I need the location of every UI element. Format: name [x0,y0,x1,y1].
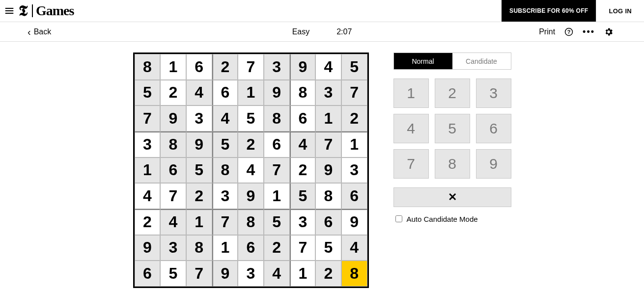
sudoku-cell[interactable]: 9 [160,105,186,131]
keypad-2[interactable]: 2 [435,79,470,108]
sudoku-cell[interactable]: 1 [186,209,212,235]
gear-icon[interactable] [604,27,614,37]
sudoku-cell[interactable]: 2 [135,209,161,235]
sudoku-cell[interactable]: 2 [160,80,186,106]
keypad-3[interactable]: 3 [476,79,511,108]
keypad-7[interactable]: 7 [393,149,429,179]
sudoku-cell[interactable]: 7 [264,158,290,184]
sudoku-cell[interactable]: 4 [315,54,341,80]
sudoku-cell[interactable]: 3 [135,131,161,158]
sudoku-cell[interactable]: 1 [341,131,367,158]
sudoku-cell[interactable]: 8 [212,158,238,184]
sudoku-cell[interactable]: 2 [290,158,316,184]
sudoku-cell[interactable]: 7 [238,54,264,80]
mode-candidate[interactable]: Candidate [452,53,511,69]
menu-icon[interactable] [0,0,19,22]
sudoku-cell[interactable]: 6 [341,183,367,209]
sudoku-cell[interactable]: 3 [212,183,238,209]
sudoku-cell[interactable]: 8 [238,209,264,235]
auto-candidate-checkbox[interactable] [395,215,402,222]
sudoku-cell[interactable]: 5 [238,105,264,131]
sudoku-cell[interactable]: 5 [341,54,367,80]
sudoku-cell[interactable]: 5 [186,158,212,184]
sudoku-cell[interactable]: 8 [160,131,186,158]
sudoku-cell[interactable]: 6 [264,131,290,158]
erase-button[interactable]: ✕ [393,187,511,207]
sudoku-cell[interactable]: 8 [315,183,341,209]
sudoku-cell[interactable]: 7 [160,183,186,209]
sudoku-cell[interactable]: 7 [212,209,238,235]
sudoku-cell[interactable]: 4 [186,80,212,106]
sudoku-cell[interactable]: 2 [341,105,367,131]
sudoku-cell[interactable]: 9 [238,183,264,209]
sudoku-cell[interactable]: 4 [238,158,264,184]
sudoku-cell[interactable]: 6 [135,261,161,287]
sudoku-cell[interactable]: 2 [315,261,341,287]
sudoku-cell[interactable]: 5 [264,209,290,235]
sudoku-cell[interactable]: 2 [186,183,212,209]
sudoku-cell[interactable]: 4 [264,261,290,287]
keypad-9[interactable]: 9 [476,149,511,179]
sudoku-cell[interactable]: 8 [341,261,367,287]
sudoku-cell[interactable]: 4 [135,183,161,209]
sudoku-cell[interactable]: 8 [186,235,212,261]
sudoku-cell[interactable]: 3 [341,158,367,184]
sudoku-cell[interactable]: 9 [315,158,341,184]
sudoku-cell[interactable]: 4 [341,235,367,261]
sudoku-cell[interactable]: 3 [186,105,212,131]
keypad-1[interactable]: 1 [393,79,429,108]
sudoku-cell[interactable]: 9 [290,54,316,80]
back-button[interactable]: ‹ Back [28,27,51,37]
sudoku-cell[interactable]: 1 [135,158,161,184]
help-icon[interactable]: ? [564,27,574,37]
sudoku-cell[interactable]: 3 [238,261,264,287]
sudoku-cell[interactable]: 8 [135,54,161,80]
sudoku-cell[interactable]: 3 [315,80,341,106]
sudoku-cell[interactable]: 6 [160,158,186,184]
sudoku-cell[interactable]: 4 [290,131,316,158]
sudoku-cell[interactable]: 7 [341,80,367,106]
keypad-4[interactable]: 4 [393,114,429,143]
sudoku-cell[interactable]: 1 [238,80,264,106]
sudoku-cell[interactable]: 7 [186,261,212,287]
mode-normal[interactable]: Normal [394,53,452,69]
sudoku-cell[interactable]: 2 [264,235,290,261]
sudoku-cell[interactable]: 1 [290,261,316,287]
sudoku-cell[interactable]: 9 [341,209,367,235]
sudoku-cell[interactable]: 6 [290,105,316,131]
sudoku-cell[interactable]: 3 [290,209,316,235]
sudoku-cell[interactable]: 5 [135,80,161,106]
sudoku-cell[interactable]: 9 [264,80,290,106]
sudoku-cell[interactable]: 1 [160,54,186,80]
sudoku-cell[interactable]: 7 [290,235,316,261]
sudoku-cell[interactable]: 7 [135,105,161,131]
subscribe-button[interactable]: SUBSCRIBE FOR 60% OFF [502,0,596,22]
sudoku-cell[interactable]: 5 [315,235,341,261]
sudoku-cell[interactable]: 3 [264,54,290,80]
sudoku-cell[interactable]: 7 [315,131,341,158]
sudoku-cell[interactable]: 9 [186,131,212,158]
keypad-8[interactable]: 8 [435,149,470,179]
login-button[interactable]: LOG IN [596,0,644,22]
sudoku-cell[interactable]: 2 [212,54,238,80]
sudoku-cell[interactable]: 4 [212,105,238,131]
sudoku-cell[interactable]: 1 [315,105,341,131]
sudoku-cell[interactable]: 9 [135,235,161,261]
sudoku-cell[interactable]: 1 [212,235,238,261]
sudoku-cell[interactable]: 6 [212,80,238,106]
sudoku-cell[interactable]: 6 [186,54,212,80]
print-button[interactable]: Print [539,27,555,36]
sudoku-cell[interactable]: 5 [160,261,186,287]
keypad-6[interactable]: 6 [476,114,511,143]
sudoku-cell[interactable]: 3 [160,235,186,261]
sudoku-cell[interactable]: 6 [315,209,341,235]
sudoku-cell[interactable]: 1 [264,183,290,209]
sudoku-cell[interactable]: 9 [212,261,238,287]
more-icon[interactable]: ••• [583,26,595,37]
sudoku-cell[interactable]: 5 [290,183,316,209]
games-logo[interactable]: 𝕿 Games [19,2,74,20]
sudoku-cell[interactable]: 4 [160,209,186,235]
sudoku-cell[interactable]: 6 [238,235,264,261]
sudoku-cell[interactable]: 5 [212,131,238,158]
keypad-5[interactable]: 5 [435,114,470,143]
